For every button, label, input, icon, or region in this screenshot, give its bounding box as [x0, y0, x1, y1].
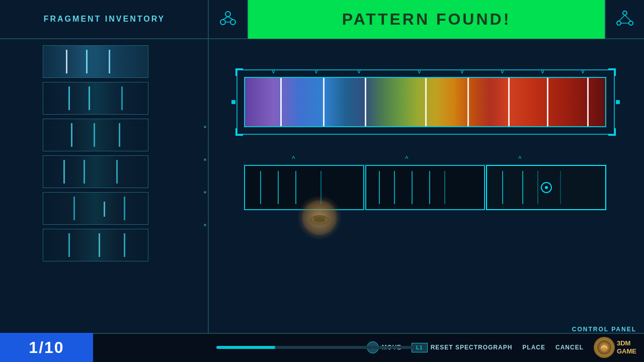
- spec-line: [547, 78, 548, 126]
- fragment-item[interactable]: [43, 119, 148, 151]
- progress-track: [216, 346, 413, 349]
- cancel-label: CANCEL: [555, 344, 584, 351]
- control-panel-label: CONTROL PANEL: [572, 326, 636, 333]
- molecule-icon-left: [209, 0, 248, 39]
- bottom-bar: 1/10 CONTROL PANEL ● MOVE L1 RESET SPECT…: [0, 333, 644, 362]
- reset-label: RESET SPECTROGRAPH: [431, 344, 513, 351]
- svg-point-2: [230, 20, 235, 25]
- fragment-slot-2[interactable]: [365, 165, 486, 210]
- place-label: PLACE: [522, 344, 545, 351]
- pattern-found-banner: PATTERN FOUND!: [248, 0, 605, 39]
- fragment-item[interactable]: [43, 192, 148, 225]
- logo-text: 3DMGAME: [617, 339, 636, 355]
- left-panel: FRAGMENT INVENTORY: [0, 0, 209, 362]
- svg-point-7: [617, 21, 621, 25]
- spec-line: [467, 78, 469, 126]
- spec-left-indicator: [231, 100, 235, 104]
- svg-line-3: [223, 17, 228, 20]
- molecule-icon-right: [605, 0, 644, 39]
- logo-icon: [594, 337, 615, 358]
- fragment-slot-3[interactable]: [486, 165, 606, 210]
- svg-point-15: [601, 347, 607, 351]
- game-logo: 3DMGAME: [594, 333, 636, 362]
- slot-target: [541, 182, 552, 193]
- ghost-drag-icon: [297, 195, 342, 240]
- fragment-inventory-title: FRAGMENT INVENTORY: [44, 15, 166, 24]
- svg-line-10: [625, 15, 631, 21]
- divider-dots: [204, 126, 206, 226]
- fragment-item[interactable]: [43, 45, 148, 78]
- cancel-control: CANCEL: [555, 344, 584, 351]
- fragment-inventory-header: FRAGMENT INVENTORY: [0, 0, 209, 39]
- pattern-found-text: PATTERN FOUND!: [342, 10, 511, 29]
- svg-point-13: [313, 215, 326, 222]
- bottom-progress: [209, 333, 420, 362]
- spec-line: [323, 78, 325, 126]
- fragment-item[interactable]: [43, 229, 148, 261]
- spec-line: [280, 78, 282, 126]
- spectrograph-area: v v v v v v v v: [209, 39, 644, 321]
- svg-point-8: [629, 21, 633, 25]
- svg-line-9: [619, 15, 625, 21]
- reset-control[interactable]: L1 RESET SPECTROGRAPH: [412, 343, 512, 352]
- spec-line: [425, 78, 427, 126]
- fragment-slots: [244, 165, 606, 210]
- fragment-item[interactable]: [43, 155, 148, 188]
- spec-line: [587, 78, 589, 126]
- arrow-up: ^: [405, 155, 409, 163]
- svg-point-0: [225, 12, 230, 17]
- top-bar: PATTERN FOUND!: [209, 0, 644, 39]
- fragment-item[interactable]: [43, 82, 148, 115]
- svg-point-1: [220, 20, 225, 25]
- svg-line-4: [228, 17, 233, 20]
- svg-point-6: [623, 11, 627, 15]
- arrow-up: ^: [292, 155, 295, 163]
- spec-right-indicator: [616, 100, 620, 104]
- arrow-up: ^: [518, 155, 522, 163]
- counter-box: 1/10: [0, 333, 93, 362]
- counter-value: 1/10: [29, 338, 64, 357]
- place-control: PLACE: [522, 344, 545, 351]
- fragment-list: [43, 45, 148, 261]
- main-area: PATTERN FOUND! v v v v v v v v: [209, 0, 644, 362]
- spec-line: [365, 78, 366, 126]
- main-spectrograph[interactable]: [244, 77, 606, 127]
- spec-line: [508, 78, 510, 126]
